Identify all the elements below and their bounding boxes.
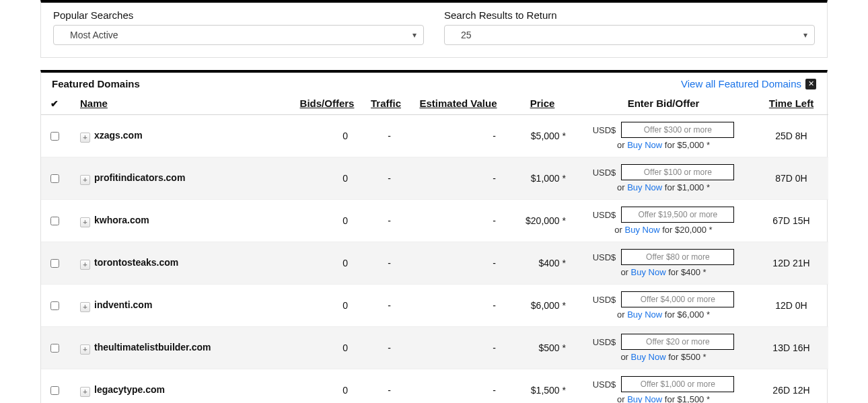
table-row: +theultimatelistbuilder.com0--$500 *USD$… [41,327,828,369]
col-price[interactable]: Price [512,92,573,115]
traffic-cell: - [364,327,404,369]
buy-now-line: or Buy Now for $6,000 * [617,309,710,320]
buy-now-link[interactable]: Buy Now [631,352,666,362]
buy-now-line: or Buy Now for $400 * [620,267,706,277]
price-cell: $1,500 * [512,369,573,404]
expand-icon[interactable]: + [80,260,90,270]
buy-now-line: or Buy Now for $1,500 * [617,394,710,403]
row-checkbox[interactable] [50,132,59,141]
expand-icon[interactable]: + [80,344,90,355]
expand-icon[interactable]: + [80,133,90,143]
currency-label: USD$ [593,210,616,220]
buy-now-link[interactable]: Buy Now [631,267,666,277]
currency-label: USD$ [593,295,616,305]
est-value-cell: - [404,200,512,242]
price-cell: $20,000 * [512,200,573,242]
results-count-label: Search Results to Return [444,9,815,21]
table-row: +legacytype.com0--$1,500 *USD$or Buy Now… [41,369,828,404]
bids-cell: 0 [290,157,364,200]
buy-now-link[interactable]: Buy Now [627,309,662,320]
bid-input[interactable] [621,122,734,138]
buy-now-link[interactable]: Buy Now [627,394,662,403]
bid-input[interactable] [621,207,734,223]
expand-icon[interactable]: + [80,175,90,185]
table-row: +indventi.com0--$6,000 *USD$or Buy Now f… [41,285,828,327]
bid-input[interactable] [621,249,734,265]
domain-name-link[interactable]: torontosteaks.com [94,257,178,268]
row-checkbox[interactable] [50,301,59,310]
row-checkbox[interactable] [50,344,59,353]
col-select-all[interactable]: ✔ [41,92,68,115]
row-checkbox[interactable] [50,174,59,183]
traffic-cell: - [364,200,404,242]
bid-input[interactable] [621,376,734,392]
expand-icon[interactable]: + [80,302,90,312]
buy-now-line: or Buy Now for $5,000 * [617,140,710,150]
price-cell: $500 * [512,327,573,369]
currency-label: USD$ [593,252,616,262]
bids-cell: 0 [290,200,364,242]
search-panel: Popular Searches Most Active Search Resu… [40,0,828,58]
currency-label: USD$ [593,168,616,178]
domain-name-link[interactable]: legacytype.com [94,384,165,395]
domain-name-link[interactable]: xzags.com [94,130,143,141]
results-count-select[interactable]: 25 [451,30,807,40]
buy-now-line: or Buy Now for $500 * [620,352,706,362]
traffic-cell: - [364,369,404,404]
col-est[interactable]: Estimated Value [404,92,512,115]
currency-label: USD$ [593,379,616,390]
price-cell: $6,000 * [512,285,573,327]
currency-label: USD$ [593,337,616,347]
table-row: +xzags.com0--$5,000 *USD$or Buy Now for … [41,115,828,157]
popular-searches-label: Popular Searches [53,9,424,21]
buy-now-line: or Buy Now for $20,000 * [614,225,712,235]
domain-name-link[interactable]: kwhora.com [94,215,149,225]
close-icon[interactable]: ✕ [805,79,816,89]
time-left-cell: 67D 15H [754,200,828,242]
col-name[interactable]: Name [68,92,290,115]
featured-table: ✔ Name Bids/Offers Traffic Estimated Val… [41,92,828,403]
featured-domains-section: Featured Domains View all Featured Domai… [40,70,828,403]
bids-cell: 0 [290,327,364,369]
est-value-cell: - [404,242,512,285]
col-time[interactable]: Time Left [754,92,828,115]
traffic-cell: - [364,115,404,157]
time-left-cell: 26D 12H [754,369,828,404]
col-traffic[interactable]: Traffic [364,92,404,115]
traffic-cell: - [364,157,404,200]
popular-searches-select[interactable]: Most Active [61,30,417,40]
table-row: +kwhora.com0--$20,000 *USD$or Buy Now fo… [41,200,828,242]
buy-now-line: or Buy Now for $1,000 * [617,182,710,192]
est-value-cell: - [404,285,512,327]
currency-label: USD$ [593,125,616,135]
col-bidoffer: Enter Bid/Offer [573,92,754,115]
domain-name-link[interactable]: theultimatelistbuilder.com [94,342,211,353]
buy-now-link[interactable]: Buy Now [627,140,662,150]
price-cell: $5,000 * [512,115,573,157]
row-checkbox[interactable] [50,386,59,395]
domain-name-link[interactable]: profitindicators.com [94,172,185,183]
est-value-cell: - [404,369,512,404]
est-value-cell: - [404,115,512,157]
bid-input[interactable] [621,164,734,180]
row-checkbox[interactable] [50,217,59,225]
time-left-cell: 13D 16H [754,327,828,369]
col-bids[interactable]: Bids/Offers [290,92,364,115]
bid-input[interactable] [621,334,734,350]
traffic-cell: - [364,242,404,285]
expand-icon[interactable]: + [80,217,90,227]
view-all-link[interactable]: View all Featured Domains ✕ [681,78,816,89]
buy-now-link[interactable]: Buy Now [625,225,660,235]
time-left-cell: 12D 21H [754,242,828,285]
bids-cell: 0 [290,369,364,404]
bids-cell: 0 [290,242,364,285]
bid-input[interactable] [621,291,734,307]
price-cell: $1,000 * [512,157,573,200]
row-checkbox[interactable] [50,259,59,268]
time-left-cell: 87D 0H [754,157,828,200]
traffic-cell: - [364,285,404,327]
est-value-cell: - [404,157,512,200]
expand-icon[interactable]: + [80,387,90,397]
domain-name-link[interactable]: indventi.com [94,299,152,310]
buy-now-link[interactable]: Buy Now [627,182,662,192]
